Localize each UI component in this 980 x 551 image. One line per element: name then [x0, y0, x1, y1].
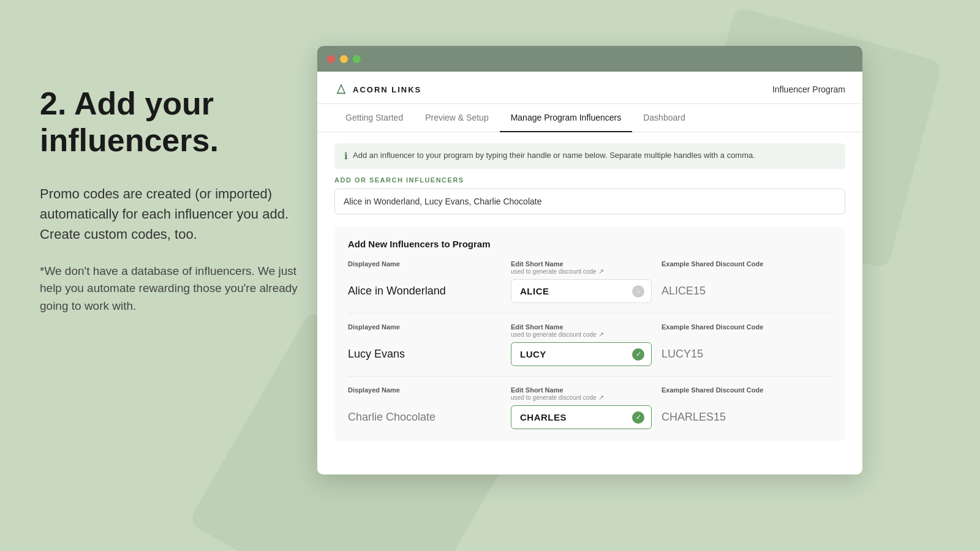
col-header-displayed-name-1: Displayed Name — [348, 260, 501, 276]
short-name-wrap-charlie: ✓ — [511, 405, 652, 429]
influencer-data-3: Charlie Chocolate ✓ CHARLES15 — [348, 405, 832, 429]
discount-code-charlie: CHARLES15 — [662, 411, 832, 424]
short-name-input-alice[interactable] — [511, 279, 652, 303]
influencer-row: Displayed Name Edit Short Name used to g… — [348, 386, 832, 429]
browser-window: ACORN LINKS Influencer Program Getting S… — [317, 46, 862, 474]
col-header-discount-2: Example Shared Discount Code — [662, 323, 832, 339]
close-button[interactable] — [327, 55, 335, 63]
col-header-discount-1: Example Shared Discount Code — [662, 260, 832, 276]
col-header-discount-3: Example Shared Discount Code — [662, 386, 832, 402]
app-logo: ACORN LINKS — [334, 83, 421, 96]
column-headers-2: Displayed Name Edit Short Name used to g… — [348, 323, 832, 339]
discount-code-alice: ALICE15 — [662, 285, 832, 298]
tab-getting-started[interactable]: Getting Started — [334, 104, 414, 132]
left-panel: 2. Add your influencers. Promo codes are… — [40, 86, 303, 333]
app-content: ACORN LINKS Influencer Program Getting S… — [317, 72, 862, 474]
display-name-charlie: Charlie Chocolate — [348, 411, 501, 424]
influencer-row: Displayed Name Edit Short Name used to g… — [348, 323, 832, 377]
main-heading: 2. Add your influencers. — [40, 86, 303, 159]
influencer-data-2: Lucy Evans ✓ LUCY15 — [348, 342, 832, 366]
discount-code-lucy: LUCY15 — [662, 348, 832, 361]
app-header: ACORN LINKS Influencer Program — [317, 72, 862, 104]
col-header-short-name-3: Edit Short Name used to generate discoun… — [511, 386, 652, 402]
search-section-label: ADD OR SEARCH INFLUENCERS — [334, 176, 845, 184]
link-icon-3: ↗ — [598, 394, 604, 402]
tabs-container: Getting Started Preview & Setup Manage P… — [317, 104, 862, 132]
display-name-alice: Alice in Wonderland — [348, 285, 501, 298]
form-area: ADD OR SEARCH INFLUENCERS Add New Influe… — [317, 176, 862, 454]
col-header-short-name-2: Edit Short Name used to generate discoun… — [511, 323, 652, 339]
col-header-short-name-1: Edit Short Name used to generate discoun… — [511, 260, 652, 276]
column-headers-3: Displayed Name Edit Short Name used to g… — [348, 386, 832, 402]
tab-manage-influencers[interactable]: Manage Program Influencers — [500, 104, 633, 132]
check-icon-lucy: ✓ — [632, 348, 644, 361]
influencer-row: Displayed Name Edit Short Name used to g… — [348, 260, 832, 313]
short-name-wrap-alice: ○ — [511, 279, 652, 303]
traffic-lights — [327, 55, 361, 63]
short-name-input-charlie[interactable] — [511, 405, 652, 429]
footnote-text: *We don't have a database of influencers… — [40, 263, 303, 315]
body-text: Promo codes are created (or imported) au… — [40, 184, 303, 244]
loading-icon-alice: ○ — [632, 285, 644, 298]
short-name-wrap-lucy: ✓ — [511, 342, 652, 366]
program-label: Influencer Program — [772, 84, 845, 94]
col-header-displayed-name-3: Displayed Name — [348, 386, 501, 402]
logo-text: ACORN LINKS — [353, 85, 421, 94]
info-banner-text: Add an influencer to your program by typ… — [353, 151, 755, 160]
display-name-lucy: Lucy Evans — [348, 348, 501, 361]
check-icon-charlie: ✓ — [632, 411, 644, 424]
influencer-data-1: Alice in Wonderland ○ ALICE15 — [348, 279, 832, 303]
title-bar — [317, 46, 862, 72]
column-headers-1: Displayed Name Edit Short Name used to g… — [348, 260, 832, 276]
influencers-section: Add New Influencers to Program Displayed… — [334, 227, 845, 441]
influencers-section-title: Add New Influencers to Program — [348, 239, 832, 249]
link-icon-1: ↗ — [598, 268, 604, 276]
tab-dashboard[interactable]: Dashboard — [632, 104, 696, 132]
tab-preview-setup[interactable]: Preview & Setup — [414, 104, 500, 132]
info-icon: ℹ — [344, 151, 348, 162]
search-input[interactable] — [334, 189, 845, 214]
info-banner: ℹ Add an influencer to your program by t… — [334, 143, 845, 169]
short-name-input-lucy[interactable] — [511, 342, 652, 366]
maximize-button[interactable] — [353, 55, 361, 63]
logo-icon — [334, 83, 348, 96]
minimize-button[interactable] — [340, 55, 348, 63]
link-icon-2: ↗ — [598, 331, 604, 339]
col-header-displayed-name-2: Displayed Name — [348, 323, 501, 339]
